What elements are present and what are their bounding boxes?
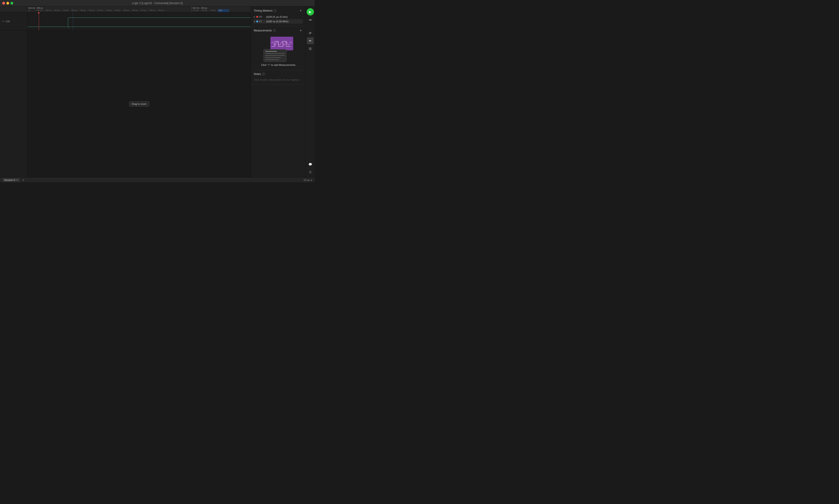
channel-waveform-d0[interactable]: L xyxy=(28,12,251,31)
measurements-cta[interactable]: Click "+" to add Measurements xyxy=(261,64,296,66)
p1-value: Δ180 ns (5.56 MHz) xyxy=(266,20,289,23)
ruler-tick: +20 µs xyxy=(200,9,209,12)
table-line xyxy=(265,59,279,60)
signal-label: L xyxy=(68,27,69,29)
playhead-line xyxy=(39,12,39,30)
maximize-button[interactable] xyxy=(11,2,13,4)
measurements-section: Measurements ? + xyxy=(251,26,305,70)
timing-markers-section: Timing Markers ? + ▶ P0 → Δ200.01 µs (5 … xyxy=(251,6,305,26)
app-body: D0 IO5 616 ms : 300 µs µs +40 µs +50 µs … xyxy=(0,6,315,177)
ruler-tick: +70 µs xyxy=(62,9,70,12)
play-button[interactable]: ▶ xyxy=(307,8,314,16)
measurements-label: Measurements xyxy=(254,29,272,32)
status-right: 18 µs ▲ xyxy=(303,179,312,181)
playhead-head xyxy=(38,12,40,14)
channel-row-d0[interactable]: D0 IO5 xyxy=(0,12,27,31)
grid-icon: ⊞ xyxy=(309,47,312,51)
p1-dot xyxy=(256,20,258,22)
add-session-icon: + xyxy=(22,178,24,182)
add-timing-marker-button[interactable]: + xyxy=(299,8,303,13)
ruler-tick: +30 µs xyxy=(105,9,113,12)
ruler-area: 616 ms : 300 µs µs +40 µs +50 µs +60 µs … xyxy=(28,6,251,12)
measurements-illustration: Click "+" to add Measurements xyxy=(254,34,303,68)
ruler-tick: +80 µs xyxy=(70,9,79,12)
notes-section: Notes ? Click to add a description of yo… xyxy=(251,70,305,85)
zoom-chevron-icon[interactable]: ▲ xyxy=(310,179,312,181)
ruler-tick: +70 µs xyxy=(140,9,148,12)
ruler-tick: +90 µs xyxy=(157,9,165,12)
measurements-header: Measurements ? + xyxy=(254,29,303,33)
pencil-button[interactable]: ✏ xyxy=(307,37,314,44)
ruler-tick: +10 µs xyxy=(192,9,200,12)
ruler-tick: +40 µs xyxy=(36,9,44,12)
measurements-help-icon[interactable]: ? xyxy=(273,29,276,32)
measurements-title-group: Measurements ? xyxy=(254,29,276,32)
p0-value: Δ200.01 µs (5 kHz) xyxy=(266,16,287,18)
table-line xyxy=(265,57,281,58)
ruler-tick: +40 µs xyxy=(113,9,122,12)
table-line xyxy=(265,53,285,54)
channel-header-spacer xyxy=(0,6,27,12)
p0-dot xyxy=(256,16,258,18)
channel-sidebar: D0 IO5 xyxy=(0,6,28,177)
table-line xyxy=(265,55,285,56)
ruler-tick: +20 µs xyxy=(96,9,105,12)
timing-markers-label: Timing Markers xyxy=(254,9,273,12)
format-button[interactable]: 1F xyxy=(307,30,314,36)
minimize-button[interactable] xyxy=(6,2,9,4)
measurements-wave-card xyxy=(270,37,293,50)
drag-to-zoom-tooltip: Drag to zoom xyxy=(129,102,149,106)
measurements-image xyxy=(264,37,293,62)
notes-title-group: Notes ? xyxy=(254,72,265,76)
table-line xyxy=(265,51,277,52)
ruler-tick: +60 µs xyxy=(131,9,140,12)
stop-icon xyxy=(309,20,312,20)
notes-placeholder[interactable]: Click to add a description of your captu… xyxy=(254,77,303,82)
waveform-main: 616 ms : 300 µs µs +40 µs +50 µs +60 µs … xyxy=(28,6,251,177)
notes-header: Notes ? xyxy=(254,72,303,76)
play-icon: ▶ xyxy=(309,10,311,14)
session-label: Session 0 xyxy=(4,179,15,181)
traffic-lights xyxy=(2,2,13,4)
window-title: Logic 2 [Logic16 - Connected] [Session 0… xyxy=(132,2,182,5)
p0-expand-icon[interactable]: ▶ xyxy=(254,16,255,18)
ruler-tick: +50 µs xyxy=(122,9,131,12)
status-bar: Session 0 ✕ + 18 µs ▲ xyxy=(0,177,315,182)
signal-tick xyxy=(68,18,68,27)
icon-rail: ▶ 1F ✏ ⊞ 💬 ☰ xyxy=(305,6,315,177)
channel-name: IO5 xyxy=(6,20,10,23)
menu-button[interactable]: ☰ xyxy=(307,168,314,176)
marker-row-p1[interactable]: ▶ P1 → Δ180 ns (5.56 MHz) xyxy=(254,19,303,24)
ruler-tick: +30 µs xyxy=(209,9,218,12)
chat-button[interactable]: 💬 xyxy=(307,161,314,168)
signal-low xyxy=(28,26,251,27)
format-icon: 1F xyxy=(309,32,312,34)
marker-row-p0[interactable]: ▶ P0 → Δ200.01 µs (5 kHz) xyxy=(254,15,303,19)
p1-expand-icon[interactable]: ▶ xyxy=(254,20,255,22)
timing-markers-help-icon[interactable]: ? xyxy=(274,10,277,12)
pencil-icon: ✏ xyxy=(309,39,312,42)
session-tab-0[interactable]: Session 0 ✕ xyxy=(2,178,20,182)
menu-icon: ☰ xyxy=(309,170,312,174)
waveform-canvas[interactable]: L Drag to zoom xyxy=(28,12,251,177)
add-session-button[interactable]: + xyxy=(21,178,25,182)
channel-index: D0 xyxy=(2,20,4,22)
ruler-tick: +µs xyxy=(218,9,229,12)
stop-button[interactable] xyxy=(307,16,314,23)
empty-waveform-area[interactable]: Drag to zoom xyxy=(28,31,251,177)
timing-markers-header: Timing Markers ? + xyxy=(254,8,303,13)
ruler-range1-label: 616 ms : 300 µs xyxy=(28,7,43,9)
ruler-range2-label: 616 ms : 400 µs xyxy=(193,7,207,9)
zoom-level: 18 µs xyxy=(303,179,310,181)
close-button[interactable] xyxy=(2,2,5,4)
ruler-tick: +90 µs xyxy=(79,9,88,12)
ruler-tick: +60 µs xyxy=(53,9,62,12)
grid-button[interactable]: ⊞ xyxy=(307,45,314,52)
session-close-icon[interactable]: ✕ xyxy=(16,179,18,181)
session-tabs: Session 0 ✕ + xyxy=(2,178,25,182)
ruler-tick: +80 µs xyxy=(148,9,157,12)
chat-icon: 💬 xyxy=(309,163,312,166)
notes-help-icon[interactable]: ? xyxy=(262,73,265,76)
ruler-tick: µs xyxy=(28,10,36,12)
add-measurement-button[interactable]: + xyxy=(299,29,303,33)
